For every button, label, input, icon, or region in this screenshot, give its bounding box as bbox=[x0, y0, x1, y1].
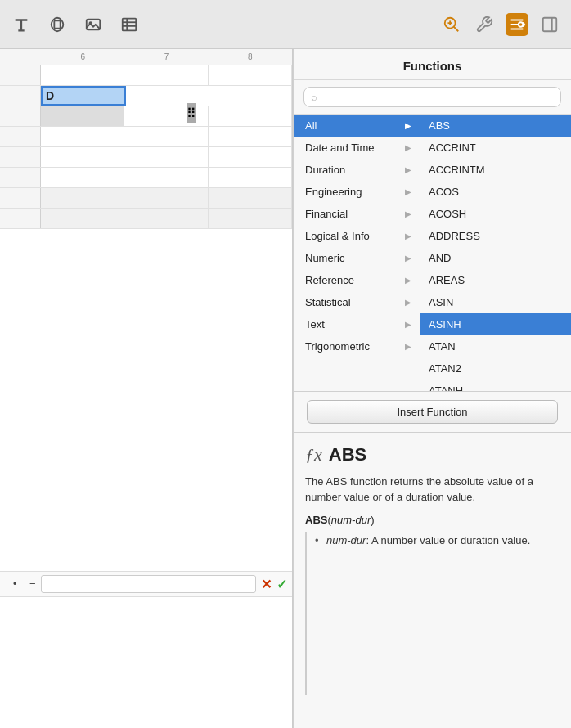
table-row bbox=[0, 209, 292, 229]
function-panel-icon[interactable] bbox=[506, 13, 528, 36]
table-row bbox=[0, 168, 292, 188]
function-item-acosh[interactable]: ACOSH bbox=[420, 203, 571, 225]
ruler-mark-8: 8 bbox=[209, 52, 292, 61]
category-label: Logical & Info bbox=[305, 230, 370, 242]
chevron-icon: ▶ bbox=[405, 254, 411, 263]
grid-cell[interactable] bbox=[41, 188, 124, 208]
category-label: All bbox=[305, 119, 317, 132]
grid-cell[interactable] bbox=[209, 147, 292, 167]
grid-cell[interactable] bbox=[41, 168, 124, 187]
function-item-and[interactable]: AND bbox=[420, 247, 571, 269]
table-row bbox=[0, 106, 292, 127]
grid-cell[interactable] bbox=[124, 127, 208, 146]
grid-cell[interactable] bbox=[41, 209, 124, 228]
grid-cell-selected[interactable]: D bbox=[41, 86, 126, 106]
formula-bar: • = ✕ ✓ bbox=[0, 571, 292, 597]
function-item-atanh[interactable]: ATANH bbox=[420, 380, 571, 391]
function-item-areas[interactable]: AREAS bbox=[420, 269, 571, 291]
grid-cell[interactable] bbox=[209, 86, 292, 106]
add-media-icon[interactable] bbox=[440, 13, 463, 36]
image-tool-icon[interactable] bbox=[82, 13, 105, 36]
formula-input[interactable] bbox=[41, 575, 256, 593]
function-item-accrint[interactable]: ACCRINT bbox=[420, 137, 571, 159]
function-lists: All ▶ Date and Time ▶ Duration ▶ Enginee… bbox=[294, 115, 571, 392]
desc-param-item: num-dur: A number value or duration valu… bbox=[315, 533, 560, 549]
row-header bbox=[0, 168, 41, 187]
panel-toggle-icon[interactable] bbox=[538, 13, 561, 36]
grid-cell[interactable] bbox=[124, 188, 208, 208]
table-row: D ⠿ bbox=[0, 86, 292, 106]
function-item-asin[interactable]: ASIN bbox=[420, 291, 571, 313]
grid-cell[interactable] bbox=[124, 168, 208, 187]
svg-line-8 bbox=[454, 26, 459, 31]
grid-cell[interactable] bbox=[209, 209, 292, 228]
format-icon[interactable] bbox=[473, 13, 496, 36]
table-row bbox=[0, 127, 292, 147]
grid-cell[interactable] bbox=[209, 188, 292, 208]
function-item-accrintm[interactable]: ACCRINTM bbox=[420, 159, 571, 181]
formula-confirm-button[interactable]: ✓ bbox=[277, 577, 287, 592]
category-item-engineering[interactable]: Engineering ▶ bbox=[294, 181, 420, 203]
ruler: 6 7 8 bbox=[0, 49, 292, 65]
insert-btn-container: Insert Function bbox=[294, 392, 571, 433]
grid-cell[interactable] bbox=[41, 65, 124, 85]
chevron-icon: ▶ bbox=[405, 320, 411, 329]
grid-cell[interactable] bbox=[41, 147, 124, 167]
category-item-all[interactable]: All ▶ bbox=[294, 115, 420, 137]
panel-title: Functions bbox=[294, 49, 571, 80]
category-label: Engineering bbox=[305, 186, 362, 198]
category-item-financial[interactable]: Financial ▶ bbox=[294, 203, 420, 225]
chevron-icon: ▶ bbox=[405, 187, 411, 196]
category-item-duration[interactable]: Duration ▶ bbox=[294, 159, 420, 181]
search-input[interactable] bbox=[322, 91, 554, 103]
grid-cell[interactable] bbox=[124, 147, 208, 167]
grid-cell[interactable] bbox=[209, 168, 292, 187]
category-item-logical[interactable]: Logical & Info ▶ bbox=[294, 225, 420, 247]
row-header bbox=[0, 127, 41, 146]
category-item-reference[interactable]: Reference ▶ bbox=[294, 269, 420, 291]
category-item-trig[interactable]: Trigonometric ▶ bbox=[294, 335, 420, 357]
grid-cell[interactable] bbox=[124, 209, 208, 228]
svg-rect-12 bbox=[543, 17, 557, 31]
functions-panel: Functions ⌕ All ▶ Date and Time ▶ bbox=[293, 49, 571, 728]
function-item-acos[interactable]: ACOS bbox=[420, 181, 571, 203]
cell-drag-handle[interactable]: ⠿ bbox=[187, 103, 196, 123]
chevron-icon: ▶ bbox=[405, 209, 411, 218]
category-item-numeric[interactable]: Numeric ▶ bbox=[294, 247, 420, 269]
category-item-text[interactable]: Text ▶ bbox=[294, 313, 420, 335]
search-container: ⌕ bbox=[294, 80, 571, 115]
grid-cell[interactable] bbox=[209, 106, 292, 126]
svg-point-11 bbox=[519, 22, 524, 27]
category-item-datetime[interactable]: Date and Time ▶ bbox=[294, 137, 420, 159]
toolbar-right bbox=[440, 13, 561, 36]
grid-cell[interactable] bbox=[124, 65, 208, 85]
grid-cell[interactable] bbox=[41, 127, 124, 146]
table-tool-icon[interactable] bbox=[118, 13, 141, 36]
function-item-atan[interactable]: ATAN bbox=[420, 335, 571, 357]
category-item-statistical[interactable]: Statistical ▶ bbox=[294, 291, 420, 313]
function-item-abs[interactable]: ABS bbox=[420, 115, 571, 137]
table-row bbox=[0, 147, 292, 168]
formula-cancel-button[interactable]: ✕ bbox=[261, 577, 272, 592]
table-row bbox=[0, 188, 292, 209]
toolbar bbox=[0, 0, 571, 49]
insert-function-button[interactable]: Insert Function bbox=[307, 400, 558, 424]
function-item-atan2[interactable]: ATAN2 bbox=[420, 357, 571, 380]
formula-ref-label: • bbox=[5, 578, 25, 590]
function-list: ABS ACCRINT ACCRINTM ACOS ACOSH ADDRESS … bbox=[420, 115, 571, 391]
grid-cell[interactable] bbox=[41, 106, 124, 126]
svg-rect-0 bbox=[54, 20, 60, 28]
function-item-address[interactable]: ADDRESS bbox=[420, 225, 571, 247]
text-tool-icon[interactable] bbox=[10, 13, 33, 36]
grid-cell[interactable] bbox=[209, 65, 292, 85]
chevron-icon: ▶ bbox=[405, 276, 411, 285]
shape-tool-icon[interactable] bbox=[46, 13, 69, 36]
row-header bbox=[0, 209, 41, 228]
chevron-icon: ▶ bbox=[405, 121, 411, 130]
row-header bbox=[0, 65, 41, 85]
table-row bbox=[0, 65, 292, 86]
grid-cell[interactable] bbox=[126, 86, 209, 106]
grid-cell[interactable] bbox=[209, 127, 292, 146]
function-item-asinh[interactable]: ASINH bbox=[420, 313, 571, 335]
chevron-icon: ▶ bbox=[405, 165, 411, 174]
